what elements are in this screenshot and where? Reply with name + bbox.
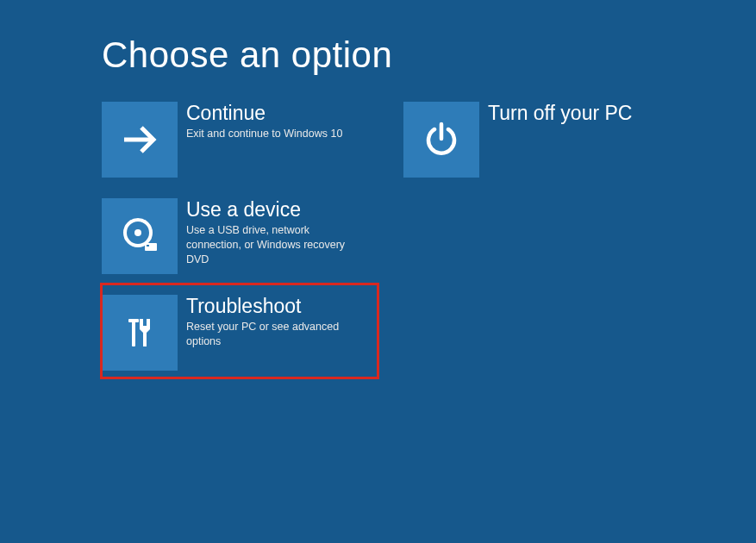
- troubleshoot-tile[interactable]: Troubleshoot Reset your PC or see advanc…: [102, 284, 378, 378]
- use-device-desc: Use a USB drive, network connection, or …: [186, 223, 359, 267]
- continue-desc: Exit and continue to Windows 10: [186, 127, 359, 141]
- svg-rect-3: [145, 243, 157, 251]
- troubleshoot-title: Troubleshoot: [186, 295, 378, 317]
- arrow-right-icon: [102, 102, 178, 178]
- power-icon: [403, 102, 479, 178]
- turn-off-tile[interactable]: Turn off your PC: [403, 102, 679, 178]
- options-grid: Continue Exit and continue to Windows 10…: [102, 102, 756, 371]
- svg-rect-5: [132, 321, 135, 346]
- svg-point-2: [134, 229, 141, 236]
- use-device-tile[interactable]: Use a device Use a USB drive, network co…: [102, 198, 378, 274]
- use-device-title: Use a device: [186, 198, 378, 221]
- column-left: Continue Exit and continue to Windows 10…: [102, 102, 378, 371]
- page-title: Choose an option: [102, 34, 756, 76]
- continue-title: Continue: [186, 102, 378, 124]
- column-right: Turn off your PC: [403, 102, 679, 371]
- continue-tile[interactable]: Continue Exit and continue to Windows 10: [102, 102, 378, 178]
- troubleshoot-desc: Reset your PC or see advanced options: [186, 320, 359, 349]
- svg-rect-6: [128, 319, 139, 322]
- turn-off-title: Turn off your PC: [488, 102, 679, 124]
- tools-icon: [102, 295, 178, 371]
- svg-rect-4: [147, 245, 149, 247]
- disc-usb-icon: [102, 198, 178, 274]
